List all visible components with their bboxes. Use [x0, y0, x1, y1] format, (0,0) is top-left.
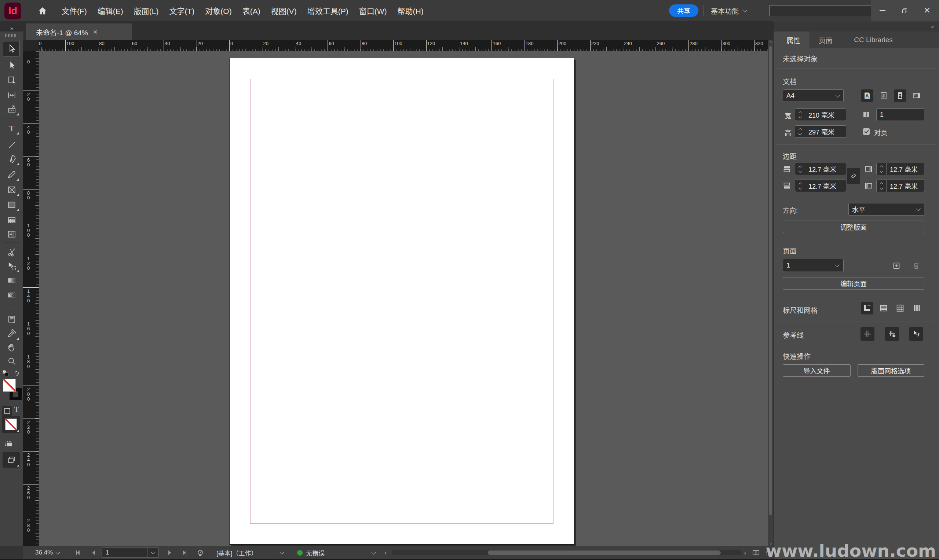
document-tab[interactable]: 未命名-1 @ 64% ×	[26, 23, 132, 40]
ruler-origin[interactable]	[23, 40, 39, 51]
document-grid-icon[interactable]	[894, 302, 907, 314]
menu-item-4[interactable]: 对象(O)	[205, 5, 231, 16]
default-fill-stroke-icon[interactable]	[2, 369, 9, 377]
height-field[interactable]: 297 毫米	[795, 125, 846, 138]
menu-item-8[interactable]: 窗口(W)	[359, 5, 387, 16]
previous-page-button[interactable]	[90, 546, 97, 559]
toolbar-collapse-icon[interactable]: »	[10, 25, 14, 31]
page-number-dropdown[interactable]: 1	[102, 548, 159, 558]
edit-toolbar-icon[interactable]	[4, 439, 13, 449]
close-button[interactable]: ✕	[916, 0, 938, 21]
rectangle-frame-tool[interactable]	[4, 183, 20, 197]
home-icon[interactable]	[37, 6, 48, 16]
menu-item-5[interactable]: 表(A)	[242, 5, 261, 16]
menu-item-9[interactable]: 帮助(H)	[397, 5, 423, 16]
eyedropper-tool[interactable]	[4, 326, 20, 341]
smart-guides-icon[interactable]	[909, 327, 923, 341]
vertical-scrollbar[interactable]: ⌃ ⌄	[768, 40, 773, 546]
show-rulers-icon[interactable]	[861, 302, 873, 314]
pen-tool[interactable]	[4, 152, 20, 166]
menu-item-3[interactable]: 文字(T)	[170, 5, 195, 16]
writing-direction-vertical-icon[interactable]: 本	[877, 89, 890, 102]
link-margins-button[interactable]	[847, 168, 860, 184]
spread-view-icon[interactable]	[752, 546, 760, 559]
current-page-select[interactable]: 1	[783, 259, 843, 272]
preflight-status[interactable]: 无错误	[297, 546, 325, 559]
indesign-logo-icon[interactable]: Id	[5, 3, 21, 19]
gap-tool[interactable]	[4, 88, 20, 103]
rectangle-tool[interactable]	[4, 197, 20, 212]
scroll-left-icon[interactable]: ‹	[384, 546, 387, 559]
minimize-button[interactable]	[871, 0, 894, 21]
horizontal-scroll-thumb[interactable]	[488, 551, 721, 555]
last-page-button[interactable]	[180, 546, 188, 559]
delete-page-icon[interactable]	[910, 260, 922, 272]
adjust-layout-button[interactable]: 调整版面	[783, 221, 924, 233]
vertical-grid-tool[interactable]	[4, 227, 20, 242]
apply-color-button[interactable]	[2, 416, 20, 433]
share-button[interactable]: 共享	[669, 5, 698, 17]
import-file-button[interactable]: 导入文件	[783, 364, 851, 377]
baseline-grid-icon[interactable]	[877, 302, 890, 314]
search-input[interactable]	[769, 5, 872, 16]
zoom-tool[interactable]	[4, 354, 20, 369]
margin-bottom-stepper[interactable]	[795, 180, 805, 192]
gradient-swatch-tool[interactable]	[4, 273, 20, 288]
horizontal-ruler[interactable]: 1201008060402002040608010012014016018020…	[39, 40, 768, 51]
preflight-icon[interactable]	[197, 546, 205, 559]
free-transform-tool[interactable]	[4, 259, 20, 274]
vertical-scroll-thumb[interactable]	[769, 46, 772, 515]
layout-grid-icon[interactable]	[910, 302, 923, 314]
panel-collapse-icon[interactable]: »	[931, 23, 934, 29]
preflight-profile-dropdown[interactable]: [基本]（工作）	[216, 546, 257, 559]
pencil-tool[interactable]	[4, 167, 20, 182]
pasteboard[interactable]	[39, 51, 768, 546]
margin-left-stepper[interactable]	[877, 180, 887, 192]
margin-bottom-field[interactable]: 12.7 毫米	[795, 180, 846, 192]
orientation-portrait-icon[interactable]	[894, 89, 907, 102]
scissors-tool[interactable]	[4, 245, 20, 260]
workspace-switcher[interactable]: 基本功能	[711, 0, 746, 21]
lock-guides-icon[interactable]	[885, 327, 899, 341]
margin-right-field[interactable]: 12.7 毫米	[876, 163, 924, 175]
facing-pages-checkbox[interactable]	[863, 128, 870, 135]
type-tool[interactable]: T	[4, 121, 20, 135]
vertical-ruler[interactable]: 020406080100120140160180200220240260280	[23, 40, 39, 546]
edit-pages-button[interactable]: 编辑页面	[783, 277, 924, 289]
orientation-landscape-icon[interactable]	[910, 89, 923, 102]
formatting-affects-text-button[interactable]: T	[14, 405, 19, 414]
horizontal-grid-tool[interactable]	[4, 213, 20, 228]
menu-item-6[interactable]: 视图(V)	[271, 5, 297, 16]
fill-swatch[interactable]	[3, 379, 16, 392]
height-stepper[interactable]	[795, 126, 805, 137]
tab-pages[interactable]: 页面	[809, 32, 842, 48]
width-stepper[interactable]	[795, 109, 805, 121]
swap-fill-stroke-icon[interactable]	[13, 369, 20, 377]
direct-selection-tool[interactable]	[4, 58, 20, 72]
menu-item-2[interactable]: 版面(L)	[134, 5, 159, 16]
margin-top-field[interactable]: 12.7 毫米	[795, 163, 846, 175]
note-tool[interactable]	[4, 312, 20, 327]
errors-menu-chevron[interactable]	[372, 546, 375, 559]
next-page-button[interactable]	[166, 546, 173, 559]
screen-mode-button[interactable]	[3, 452, 20, 468]
restore-button[interactable]	[894, 0, 916, 21]
content-collector-tool[interactable]	[4, 102, 20, 117]
margin-top-stepper[interactable]	[795, 163, 805, 175]
horizontal-scrollbar[interactable]	[392, 550, 742, 555]
zoom-level-dropdown[interactable]: 36.4%	[35, 546, 59, 559]
add-page-icon[interactable]	[890, 260, 903, 272]
show-guides-icon[interactable]	[860, 327, 874, 341]
layout-grid-options-button[interactable]: 版面网格选项	[857, 364, 924, 377]
pages-count-field[interactable]: 1	[876, 108, 924, 121]
width-field[interactable]: 210 毫米	[795, 108, 846, 121]
gradient-feather-tool[interactable]	[4, 288, 20, 302]
selection-tool[interactable]	[3, 41, 20, 57]
scroll-right-icon[interactable]: ›	[744, 546, 746, 559]
margin-left-field[interactable]: 12.7 毫米	[876, 180, 924, 192]
direction-select[interactable]: 水平	[848, 203, 924, 215]
menu-item-7[interactable]: 增效工具(P)	[307, 5, 348, 16]
page-tool[interactable]	[4, 73, 20, 88]
preflight-menu-chevron[interactable]	[280, 546, 284, 559]
first-page-button[interactable]	[75, 546, 82, 559]
